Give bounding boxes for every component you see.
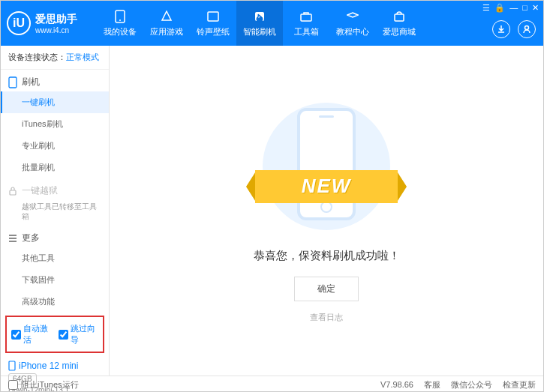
phone-icon [8,76,17,88]
logo-icon: iU [7,11,31,35]
sidebar-item-batch[interactable]: 批量刷机 [1,157,109,178]
svg-rect-8 [10,190,16,195]
phone-illustration-icon [297,108,356,220]
toolbox-icon [299,10,313,23]
menu-icon[interactable]: ☰ [482,3,490,13]
store-icon [392,10,406,23]
nav-apps[interactable]: 应用游戏 [143,1,190,46]
nav-ringtone[interactable]: 铃声壁纸 [190,1,236,46]
success-illustration: NEW [240,99,413,234]
nav-flash[interactable]: 智能刷机 [236,1,283,46]
window-controls: ☰ 🔒 — □ ✕ [482,3,539,13]
svg-rect-5 [395,14,404,21]
sidebar-item-oneclick[interactable]: 一键刷机 [1,91,109,113]
sidebar: 设备连接状态：正常模式 刷机 一键刷机 iTunes刷机 专业刷机 批量刷机 一… [1,46,110,376]
checkbox-highlight: 自动激活 跳过向导 [5,316,104,353]
sidebar-item-other[interactable]: 其他工具 [1,247,109,269]
view-log-link[interactable]: 查看日志 [310,312,343,323]
lock-icon[interactable]: 🔒 [494,3,505,13]
tutorial-icon [346,10,359,23]
lock-icon [8,187,17,196]
wechat-link[interactable]: 微信公众号 [451,379,492,391]
svg-point-6 [525,26,529,30]
download-button[interactable] [492,20,510,38]
sidebar-section-jailbreak: 一键越狱 [1,178,109,200]
connection-status: 设备连接状态：正常模式 [1,46,109,70]
success-message: 恭喜您，保资料刷机成功啦！ [254,249,400,263]
svg-rect-9 [9,361,15,370]
svg-rect-7 [9,77,17,88]
checkbox-skip-guide[interactable]: 跳过向导 [59,323,98,346]
sidebar-section-more[interactable]: 更多 [1,226,109,247]
svg-rect-2 [208,12,218,21]
app-url: www.i4.cn [35,26,77,34]
device-name-label: iPhone 12 mini [19,361,78,371]
logo: iU 爱思助手 www.i4.cn [7,11,97,35]
sidebar-item-pro[interactable]: 专业刷机 [1,135,109,157]
sidebar-section-flash[interactable]: 刷机 [1,70,109,91]
sidebar-item-firmware[interactable]: 下载固件 [1,269,109,291]
wallpaper-icon [206,10,220,23]
app-header: iU 爱思助手 www.i4.cn 我的设备 应用游戏 铃声壁纸 智能刷机 工具… [1,1,543,46]
minimize-icon[interactable]: — [509,3,518,13]
support-link[interactable]: 客服 [424,379,440,391]
checkbox-block-itunes[interactable]: 阻止iTunes运行 [8,379,79,391]
nav-tutorial[interactable]: 教程中心 [329,1,376,46]
jailbreak-note: 越狱工具已转移至工具箱 [1,200,109,226]
flash-icon [253,10,266,23]
phone-icon [113,10,127,23]
close-icon[interactable]: ✕ [532,3,539,13]
sidebar-item-itunes[interactable]: iTunes刷机 [1,113,109,135]
svg-rect-4 [301,14,311,21]
app-icon [160,10,173,23]
nav-my-device[interactable]: 我的设备 [97,1,143,46]
user-button[interactable] [518,20,536,38]
new-banner: NEW [255,170,398,203]
version-label: V7.98.66 [380,380,413,389]
maximize-icon[interactable]: □ [522,3,527,13]
top-nav: 我的设备 应用游戏 铃声壁纸 智能刷机 工具箱 教程中心 爱思商城 [97,1,422,46]
svg-point-1 [119,19,121,21]
update-link[interactable]: 检查更新 [503,379,536,391]
main-content: NEW 恭喜您，保资料刷机成功啦！ 确定 查看日志 [110,46,543,376]
app-name: 爱思助手 [35,13,77,26]
menu-icon [8,235,17,242]
nav-store[interactable]: 爱思商城 [376,1,422,46]
checkbox-auto-activate[interactable]: 自动激活 [11,323,51,346]
ok-button[interactable]: 确定 [294,277,359,301]
phone-icon [8,361,16,371]
sidebar-item-advanced[interactable]: 高级功能 [1,291,109,313]
nav-toolbox[interactable]: 工具箱 [283,1,329,46]
